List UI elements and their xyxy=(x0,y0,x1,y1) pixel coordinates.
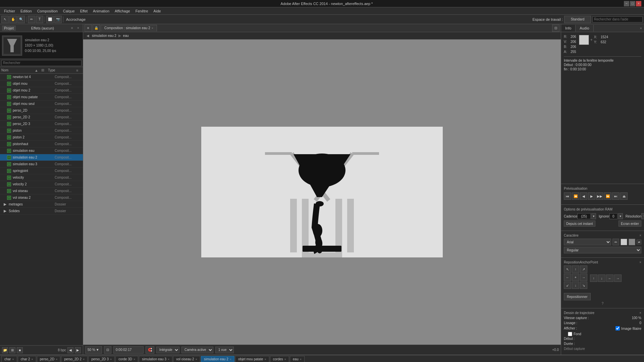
ignorer-input[interactable] xyxy=(609,213,618,219)
project-item[interactable]: ⊞newton txt 4Composit... xyxy=(0,74,83,80)
anchor-move-left[interactable]: ← xyxy=(606,275,613,282)
fond-input[interactable] xyxy=(568,332,572,336)
menu-aide[interactable]: Aide xyxy=(151,8,164,14)
project-tab[interactable]: Projet xyxy=(2,25,16,31)
new-comp-btn[interactable]: ⊞ xyxy=(9,347,15,353)
view-dropdown[interactable]: Intégrale xyxy=(156,347,179,353)
toolbar-text[interactable]: T xyxy=(36,16,43,23)
car-close-btn[interactable]: × xyxy=(639,234,641,237)
menu-composition[interactable]: Composition xyxy=(35,8,60,14)
anchor-br[interactable]: ↘ xyxy=(580,282,587,289)
project-item[interactable]: ⊞vol oiseauComposit... xyxy=(0,188,83,194)
reposition-btn[interactable]: Repositionner xyxy=(564,293,591,300)
info-close[interactable]: × xyxy=(638,26,644,30)
ignorer-dropdown-btn[interactable]: ▼ xyxy=(618,213,623,219)
cadence-dropdown-btn[interactable]: ▼ xyxy=(591,213,596,219)
tl-tab-close[interactable]: × xyxy=(265,358,266,361)
anchor-bc[interactable]: ↓ xyxy=(572,282,579,289)
menu-fichier[interactable]: Fichier xyxy=(1,8,18,14)
comp-lock-btn[interactable]: 🔒 xyxy=(93,24,100,32)
minimize-button[interactable]: − xyxy=(624,1,629,6)
toolbar-camera[interactable]: 📷 xyxy=(54,16,62,23)
audio-tab[interactable]: Audio xyxy=(576,25,593,32)
anchor-mr[interactable]: → xyxy=(580,274,587,281)
project-item[interactable]: ⊞objet mou patateComposit... xyxy=(0,94,83,101)
anchor-tl[interactable]: ↖ xyxy=(564,265,571,273)
tl-tab-simulationeau2[interactable]: simulation eau 2× xyxy=(201,356,234,362)
style-select[interactable]: Regular xyxy=(564,247,641,253)
prev-step-fwd[interactable]: ▶▶ xyxy=(596,192,603,200)
swap-colors-btn[interactable]: ⇄ xyxy=(637,240,641,244)
anchor-tr[interactable]: ↗ xyxy=(580,265,587,273)
project-item[interactable]: ⊞simulation eauComposit... xyxy=(0,147,83,154)
help-search[interactable] xyxy=(592,16,643,22)
font-picker-btn[interactable]: ✏ xyxy=(612,239,619,245)
project-item[interactable]: ⊞springjointComposit... xyxy=(0,168,83,174)
tl-tab-cordes[interactable]: cordes× xyxy=(270,356,289,362)
project-item[interactable]: ⊞simulation eau 3Composit... xyxy=(0,161,83,168)
fit-btn[interactable]: ⊡ xyxy=(104,346,111,354)
anchor-mc[interactable]: + xyxy=(572,274,579,281)
views-dropdown[interactable]: 1 vue xyxy=(215,347,234,353)
prev-play[interactable]: ▶ xyxy=(588,192,595,200)
project-item[interactable]: ⊞velocity 2Composit... xyxy=(0,181,83,188)
font-select[interactable]: Arial xyxy=(564,239,611,245)
expand-btn[interactable]: ▶ xyxy=(75,347,81,353)
sort-btn[interactable]: ▲ xyxy=(35,68,40,72)
zoom-dropdown[interactable]: 50 %▼ xyxy=(85,346,102,354)
tl-tab-perso_2D[interactable]: perso_2D× xyxy=(37,356,61,362)
ecran-btn[interactable]: Ecran entier xyxy=(619,221,641,227)
project-item[interactable]: ⊞pistonhautComposit... xyxy=(0,141,83,147)
prev-fwd[interactable]: ⏩ xyxy=(604,192,611,200)
tl-tab-voloiseau2[interactable]: vol oiseau 2× xyxy=(173,356,200,362)
toolbar-select[interactable]: ↖ xyxy=(1,16,9,23)
tl-tab-close[interactable]: × xyxy=(83,358,85,361)
project-item[interactable]: ⊞objet mouComposit... xyxy=(0,80,83,87)
toolbar-zoom[interactable]: 🔍 xyxy=(17,16,25,23)
comp-maximize-btn[interactable]: ⊡ xyxy=(552,24,559,32)
maximize-button[interactable]: □ xyxy=(630,1,635,6)
anchor-tc[interactable]: ↑ xyxy=(572,265,579,273)
project-item[interactable]: ⊞perso_2D 2Composit... xyxy=(0,114,83,121)
tl-tab-corde3D[interactable]: corde 3D× xyxy=(115,356,138,362)
effects-tab[interactable]: Effets (aucun) xyxy=(29,25,56,31)
menu-edition[interactable]: Edition xyxy=(18,8,35,14)
project-item[interactable]: ⊞perso_2DComposit... xyxy=(0,107,83,114)
resolution-select[interactable]: Un tiers Complète Demi xyxy=(641,213,644,219)
dessin-close-btn[interactable]: × xyxy=(639,311,641,315)
cadence-input[interactable] xyxy=(577,213,591,219)
anchor-move-right[interactable]: → xyxy=(614,275,622,282)
camera-dropdown[interactable]: Caméra active xyxy=(181,347,213,353)
tl-tab-close[interactable]: × xyxy=(196,358,197,361)
project-item[interactable]: ▶metragesDossier xyxy=(0,201,83,208)
anchor-move-up[interactable]: ↑ xyxy=(590,275,597,282)
prev-step-back[interactable]: ◀ xyxy=(580,192,587,200)
prev-first[interactable]: ⏮ xyxy=(564,192,571,200)
tl-tab-perso_2D3[interactable]: perso_2D 3× xyxy=(88,356,115,362)
help-btn[interactable]: ? xyxy=(564,302,641,305)
info-tab[interactable]: Info xyxy=(561,25,576,32)
project-item[interactable]: ⊞perso_2D 3Composit... xyxy=(0,121,83,127)
tl-tab-close[interactable]: × xyxy=(230,358,231,361)
tl-tab-perso_2D2[interactable]: perso_2D 2× xyxy=(61,356,88,362)
comp-tab-main[interactable]: Composition : simulation eau 2 × xyxy=(101,25,157,32)
menu-calque[interactable]: Calque xyxy=(60,8,77,14)
tl-tab-close[interactable]: × xyxy=(56,358,57,361)
comp-menu-btn[interactable]: ≡ xyxy=(85,24,92,32)
tl-tab-simulationeau3[interactable]: simulation eau 3× xyxy=(139,356,172,362)
menu-affichage[interactable]: Affichage xyxy=(112,8,133,14)
project-item[interactable]: ⊞objet mou seulComposit... xyxy=(0,101,83,107)
project-item[interactable]: ⊞vol oiseau 2Composit... xyxy=(0,194,83,201)
anchor-bl[interactable]: ↙ xyxy=(564,282,571,289)
depuis-btn[interactable]: Depuis cet instant xyxy=(564,221,595,227)
menu-effet[interactable]: Effet xyxy=(77,8,90,14)
project-item[interactable]: ⊞objet mou 2Composit... xyxy=(0,87,83,94)
project-search-input[interactable] xyxy=(1,60,82,66)
panel-close-btn[interactable]: × xyxy=(75,25,81,31)
comp-tab-close[interactable]: × xyxy=(152,26,153,30)
toolbar-shape[interactable]: ⬜ xyxy=(46,16,54,23)
tl-tab-close[interactable]: × xyxy=(284,358,286,361)
prev-back[interactable]: ⏪ xyxy=(572,192,579,200)
new-solid-btn[interactable]: ■ xyxy=(17,347,23,353)
settings-btn[interactable]: ◀ xyxy=(67,347,73,353)
